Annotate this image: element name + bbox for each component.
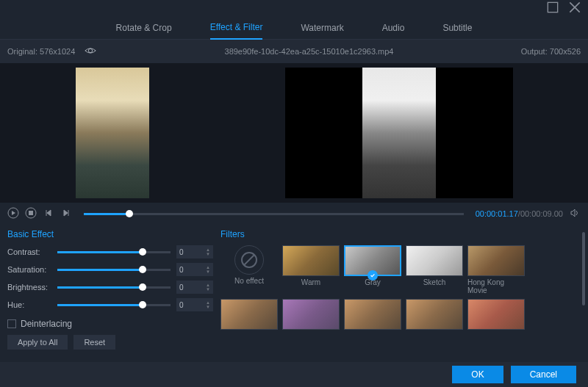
no-effect-icon bbox=[234, 245, 264, 275]
spinner-arrows[interactable]: ▲▼ bbox=[206, 283, 210, 292]
titlebar bbox=[0, 0, 588, 16]
effect-slider[interactable] bbox=[57, 286, 171, 289]
filter-item[interactable] bbox=[406, 299, 463, 332]
effect-label: Hue: bbox=[7, 300, 51, 309]
spinner-value: 0 bbox=[179, 266, 184, 274]
filter-item[interactable]: No effect bbox=[220, 245, 278, 294]
cancel-button[interactable]: Cancel bbox=[511, 366, 576, 383]
filter-label: Hong Kong Movie bbox=[467, 278, 525, 294]
tab-audio[interactable]: Audio bbox=[382, 17, 405, 39]
filter-thumbnail bbox=[467, 245, 525, 276]
effect-spinner[interactable]: 0 ▲▼ bbox=[176, 281, 213, 294]
deinterlacing-label: Deinterlacing bbox=[21, 319, 72, 329]
filter-label: No effect bbox=[234, 277, 264, 285]
transport-bar: 00:00:01.17/00:00:09.00 bbox=[0, 203, 588, 225]
spinner-arrows[interactable]: ▲▼ bbox=[206, 265, 210, 274]
maximize-icon[interactable] bbox=[547, 1, 559, 15]
basic-effect-title: Basic Effect bbox=[7, 229, 213, 239]
filter-item[interactable]: Warm bbox=[282, 245, 340, 294]
timecode: 00:00:01.17/00:00:09.00 bbox=[476, 209, 563, 218]
preview-original bbox=[76, 68, 149, 198]
info-bar: Original: 576x1024 389e90fe-10dc-42ea-a2… bbox=[0, 40, 588, 63]
tab-watermark[interactable]: Watermark bbox=[301, 17, 343, 39]
ok-button[interactable]: OK bbox=[452, 366, 503, 383]
filters-title: Filters bbox=[220, 229, 581, 239]
close-icon[interactable] bbox=[569, 1, 581, 15]
filename-label: 389e90fe-10dc-42ea-a25c-15010e1c2963.mp4 bbox=[225, 47, 394, 56]
effect-row: Brightness: 0 ▲▼ bbox=[7, 281, 213, 294]
filter-thumbnail bbox=[282, 299, 340, 330]
effect-label: Saturation: bbox=[7, 265, 51, 274]
slider-handle[interactable] bbox=[139, 283, 146, 291]
filter-thumbnail bbox=[220, 299, 278, 330]
deinterlacing-checkbox[interactable] bbox=[7, 319, 16, 328]
spinner-value: 0 bbox=[179, 301, 184, 309]
footer: OK Cancel bbox=[0, 362, 588, 387]
play-icon[interactable] bbox=[7, 207, 19, 221]
filter-item[interactable] bbox=[220, 299, 278, 332]
preview-output bbox=[285, 68, 513, 198]
svg-line-6 bbox=[244, 255, 254, 265]
lower-panel: Basic Effect Contrast: 0 ▲▼ Saturation: … bbox=[0, 225, 588, 364]
filter-item[interactable] bbox=[467, 299, 525, 332]
filter-item[interactable] bbox=[282, 299, 340, 332]
filter-label: Warm bbox=[301, 278, 320, 286]
filter-thumbnail bbox=[344, 245, 401, 276]
slider-handle[interactable] bbox=[139, 301, 146, 308]
effect-row: Saturation: 0 ▲▼ bbox=[7, 263, 213, 276]
preview-area bbox=[0, 63, 588, 203]
tab-bar: Rotate & Crop Effect & Filter Watermark … bbox=[0, 16, 588, 40]
output-size-label: Output: 700x526 bbox=[521, 47, 581, 56]
filters-scrollbar[interactable] bbox=[582, 232, 585, 305]
spinner-value: 0 bbox=[179, 283, 184, 292]
filter-item[interactable] bbox=[344, 299, 401, 332]
filter-thumbnail bbox=[344, 299, 401, 330]
filter-thumbnail bbox=[282, 245, 340, 276]
tab-rotate-crop[interactable]: Rotate & Crop bbox=[116, 17, 172, 39]
filters-grid: No effect Warm Gray Sketch Hong Kong Mov… bbox=[220, 245, 581, 332]
timeline-handle[interactable] bbox=[126, 210, 133, 217]
prev-frame-icon[interactable] bbox=[43, 207, 54, 221]
filter-thumbnail bbox=[406, 299, 463, 330]
basic-effect-panel: Basic Effect Contrast: 0 ▲▼ Saturation: … bbox=[7, 229, 213, 360]
svg-point-1 bbox=[89, 48, 93, 52]
tab-effect-filter[interactable]: Effect & Filter bbox=[210, 16, 263, 40]
reset-button[interactable]: Reset bbox=[74, 335, 115, 350]
tab-subtitle[interactable]: Subtitle bbox=[442, 17, 472, 39]
next-frame-icon[interactable] bbox=[60, 207, 72, 221]
effect-label: Brightness: bbox=[7, 283, 51, 292]
effect-spinner[interactable]: 0 ▲▼ bbox=[176, 298, 213, 311]
filter-item[interactable]: Sketch bbox=[406, 245, 463, 294]
filter-item[interactable]: Gray bbox=[344, 245, 401, 294]
effect-row: Hue: 0 ▲▼ bbox=[7, 298, 213, 311]
effect-label: Contrast: bbox=[7, 247, 51, 256]
spinner-arrows[interactable]: ▲▼ bbox=[206, 300, 210, 309]
apply-to-all-button[interactable]: Apply to All bbox=[7, 335, 68, 350]
svg-rect-4 bbox=[29, 211, 33, 215]
volume-icon[interactable] bbox=[569, 207, 581, 221]
check-icon bbox=[368, 270, 378, 281]
filter-thumbnail bbox=[467, 299, 525, 330]
slider-handle[interactable] bbox=[139, 266, 146, 273]
original-size-label: Original: 576x1024 bbox=[7, 47, 75, 56]
spinner-arrows[interactable]: ▲▼ bbox=[206, 247, 210, 256]
filters-panel: Filters No effect Warm Gray Sketch Hong … bbox=[220, 229, 581, 360]
effect-spinner[interactable]: 0 ▲▼ bbox=[176, 245, 213, 258]
svg-rect-0 bbox=[548, 2, 557, 12]
effect-spinner[interactable]: 0 ▲▼ bbox=[176, 263, 213, 276]
preview-toggle-icon[interactable] bbox=[84, 44, 97, 59]
spinner-value: 0 bbox=[179, 248, 184, 256]
filter-label: Sketch bbox=[423, 278, 446, 286]
effect-slider[interactable] bbox=[57, 251, 171, 253]
effect-slider[interactable] bbox=[57, 304, 171, 306]
slider-handle[interactable] bbox=[139, 248, 146, 256]
timeline-slider[interactable] bbox=[84, 213, 464, 215]
filter-thumbnail bbox=[406, 245, 463, 276]
effect-slider[interactable] bbox=[57, 269, 171, 271]
filter-item[interactable]: Hong Kong Movie bbox=[467, 245, 525, 294]
effect-row: Contrast: 0 ▲▼ bbox=[7, 245, 213, 258]
preview-output-inner bbox=[362, 68, 436, 198]
stop-icon[interactable] bbox=[25, 207, 37, 221]
